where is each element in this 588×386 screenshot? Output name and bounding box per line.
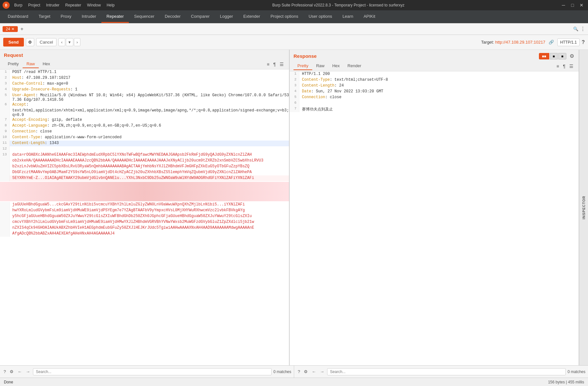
tab-sequencer[interactable]: Sequencer xyxy=(129,10,160,23)
response-tab-pretty[interactable]: Pretty xyxy=(294,62,312,70)
main-content: Request Pretty Raw Hex ≡ ¶ ☰ 1 POST /rea… xyxy=(0,50,588,365)
response-panel: Response ■■ ■ ■ ⚙ Pretty Raw Hex Render … xyxy=(290,50,579,365)
maximize-button[interactable]: □ xyxy=(569,1,576,9)
link-icon[interactable]: 🔗 xyxy=(547,38,555,46)
tab-proxy[interactable]: Proxy xyxy=(56,10,77,23)
table-row: 2 Content-Type: text/html;charset=UTF-8 xyxy=(290,77,579,83)
tab-comparer[interactable]: Comparer xyxy=(186,10,215,23)
request-help-button[interactable]: ? xyxy=(3,368,7,375)
tab-intruder[interactable]: Intruder xyxy=(77,10,101,23)
request-tab-hex[interactable]: Hex xyxy=(39,60,54,68)
menu-project[interactable]: Project xyxy=(26,2,43,9)
tab-dashboard[interactable]: Dashboard xyxy=(3,10,34,23)
send-options-button[interactable]: ⚙ xyxy=(26,38,34,46)
help-button[interactable]: ? xyxy=(582,39,585,45)
response-view-icons: ≡ ¶ ☰ xyxy=(555,63,575,69)
response-settings-button[interactable]: ⚙ xyxy=(303,368,309,375)
table-row: 3 Content-Length: 24 xyxy=(290,83,579,89)
table-row: hwYXRoLmludGVybmFsLm9iamVjdHMuWE9iamVjdP… xyxy=(0,208,289,214)
table-row: 4 Date: Sun, 27 Nov 2022 13:03:20 GMT xyxy=(290,89,579,95)
request-back-button[interactable]: ← xyxy=(16,368,23,375)
hamburger-icon[interactable]: ☰ xyxy=(278,61,285,68)
paragraph-icon[interactable]: ¶ xyxy=(272,61,277,68)
view-toggle-other[interactable]: ■ xyxy=(558,53,566,59)
repeater-add-tab[interactable]: + xyxy=(18,26,26,33)
send-button[interactable]: Send xyxy=(3,38,24,47)
response-search-bar: ? ⚙ ← → 0 matches xyxy=(294,366,588,378)
table-row: 12 xyxy=(0,146,289,152)
table-row: 1 HTTP/1.1 200 xyxy=(290,71,579,77)
menu-help[interactable]: Help xyxy=(104,2,117,9)
forward-button[interactable]: › xyxy=(74,38,80,46)
response-tab-render[interactable]: Render xyxy=(344,62,365,70)
view-toggle-group: ■■ ■ ■ xyxy=(539,53,566,59)
tab-repeater[interactable]: Repeater xyxy=(101,10,129,23)
table-row: 7 赛博功夫点到及止 xyxy=(290,106,579,112)
response-help-button[interactable]: ? xyxy=(297,368,301,375)
response-search-input[interactable] xyxy=(327,368,566,375)
view-toggle-single[interactable]: ■ xyxy=(550,53,558,59)
close-button[interactable]: ✕ xyxy=(578,1,585,9)
table-row: AfgADcQB%2bbABZxAH4AEXEAfgAHeHNxAH4AGAAA… xyxy=(0,231,289,237)
list-icon[interactable]: ≡ xyxy=(265,61,271,68)
target-url: http://47.108.29.107:10217 xyxy=(495,40,545,45)
app-title: Burp Suite Professional v2022.8.3 - Temp… xyxy=(117,3,560,7)
gear-icon: ⚙ xyxy=(28,40,32,45)
more-options-icon[interactable]: ⋮ xyxy=(580,26,585,32)
response-settings-button[interactable]: ⚙ xyxy=(569,52,575,60)
repeater-tab-24[interactable]: 24 ✕ xyxy=(3,26,18,32)
target-label: Target: http://47.108.29.107:10217 xyxy=(481,40,545,45)
request-forward-button[interactable]: → xyxy=(25,368,31,375)
table-row: 6 Accept: xyxy=(0,102,289,108)
menu-window[interactable]: Window xyxy=(84,2,103,9)
tab-logger[interactable]: Logger xyxy=(215,10,238,23)
request-view-icons: ≡ ¶ ☰ xyxy=(265,61,285,68)
response-hamburger-icon[interactable]: ☰ xyxy=(568,63,575,69)
request-matches-label: 0 matches xyxy=(273,370,291,374)
response-tab-hex[interactable]: Hex xyxy=(328,62,344,70)
tabbar-search-area: 🔍 ⋮ xyxy=(573,26,585,32)
response-back-button[interactable]: ← xyxy=(311,368,317,375)
down-arrow-button[interactable]: ▾ xyxy=(66,38,73,46)
back-button[interactable]: ‹ xyxy=(58,38,65,46)
repeater-tab-close[interactable]: ✕ xyxy=(11,27,15,31)
app-logo: B xyxy=(3,2,10,9)
search-icon[interactable]: 🔍 xyxy=(573,26,578,31)
tab-apikit[interactable]: APIKit xyxy=(358,10,380,23)
tab-learn[interactable]: Learn xyxy=(337,10,358,23)
tab-project-options[interactable]: Project options xyxy=(265,10,304,23)
menu-intruder[interactable]: Intruder xyxy=(44,2,62,9)
request-sub-tabs: Pretty Raw Hex ≡ ¶ ☰ xyxy=(0,59,289,69)
table-row: 5 Connection: close xyxy=(290,95,579,100)
response-body[interactable]: 1 HTTP/1.1 200 2 Content-Type: text/html… xyxy=(290,71,579,365)
tab-target[interactable]: Target xyxy=(34,10,56,23)
request-tab-pretty[interactable]: Pretty xyxy=(4,60,23,68)
request-toolbar: Send ⚙ Cancel ‹ ▾ › Target: http://47.10… xyxy=(0,35,588,50)
response-forward-button[interactable]: → xyxy=(319,368,325,375)
table-row: 5EYXRhYmE-Z...OlAIAgAETAAKY29ubmVjdGlvbn… xyxy=(0,175,289,181)
repeater-tab-bar: 24 ✕ + 🔍 ⋮ xyxy=(0,23,588,35)
menu-repeater[interactable]: Repeater xyxy=(63,2,84,9)
menu-burp[interactable]: Burp xyxy=(12,2,25,9)
table-row: nZXIS4qCk94GHOAIAAUkABXZhbHVIeH1AEGphdmE… xyxy=(0,225,289,231)
request-panel: Request Pretty Raw Hex ≡ ¶ ☰ 1 POST /rea… xyxy=(0,50,290,365)
request-tab-raw[interactable]: Raw xyxy=(23,60,39,68)
response-tab-raw[interactable]: Raw xyxy=(312,62,328,70)
request-body[interactable]: 1 POST /read HTTP/1.1 2 Host: 47.108.29.… xyxy=(0,69,289,365)
minimize-button[interactable]: ─ xyxy=(560,1,567,9)
tab-user-options[interactable]: User options xyxy=(304,10,337,23)
response-list-icon[interactable]: ≡ xyxy=(555,63,560,69)
view-toggle-split[interactable]: ■■ xyxy=(539,53,549,59)
tab-decoder[interactable]: Decoder xyxy=(160,10,186,23)
request-panel-header: Request xyxy=(0,50,289,59)
tab-extender[interactable]: Extender xyxy=(238,10,265,23)
http-version-selector[interactable]: HTTP/1.1 xyxy=(557,38,580,46)
request-search-input[interactable] xyxy=(33,368,272,375)
request-settings-button[interactable]: ⚙ xyxy=(9,368,15,375)
cancel-button[interactable]: Cancel xyxy=(36,38,57,46)
status-bar: Done 156 bytes | 455 millis xyxy=(0,378,588,386)
response-paragraph-icon[interactable]: ¶ xyxy=(562,63,567,69)
title-bar: B Burp Project Intruder Repeater Window … xyxy=(0,0,588,10)
table-row: y5hcGFjaGUueHBhdGguaW50ZXJuYWwuY29tcGlsZ… xyxy=(0,214,289,219)
table-row: 10 Content-Type: application/x-www-form-… xyxy=(0,135,289,141)
